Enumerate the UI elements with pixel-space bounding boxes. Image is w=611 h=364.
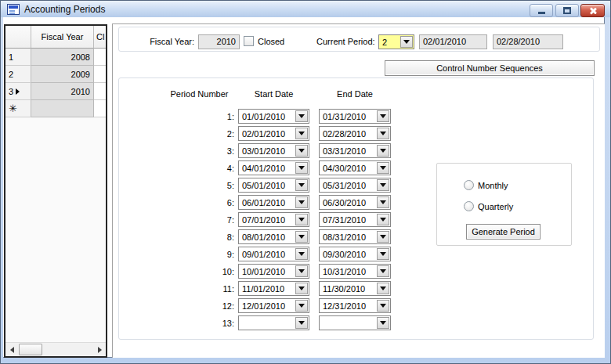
end-date-dropdown-button[interactable] — [377, 214, 389, 225]
end-date-combo[interactable]: 04/30/2010 — [319, 160, 391, 175]
fiscal-year-cell[interactable]: 2010 — [31, 83, 94, 100]
end-date-dropdown-button[interactable] — [377, 162, 389, 174]
start-date-combo[interactable]: 08/01/2010 — [238, 229, 309, 244]
grid-row: 22009 — [5, 66, 106, 83]
start-date-combo[interactable]: 04/01/2010 — [238, 160, 309, 175]
end-date-combo[interactable]: 12/31/2010 — [319, 298, 391, 313]
end-date-dropdown-button[interactable] — [377, 128, 389, 139]
fiscal-year-column-header[interactable]: Fiscal Year — [31, 26, 94, 49]
start-date-combo[interactable]: 11/01/2010 — [238, 281, 309, 296]
dropdown-arrow-icon — [380, 132, 386, 135]
closed-checkbox[interactable] — [244, 36, 254, 46]
start-date-dropdown-button[interactable] — [295, 317, 308, 329]
period-number-label: 12: — [179, 301, 234, 311]
grid-horizontal-scrollbar[interactable] — [5, 342, 106, 356]
dropdown-arrow-icon — [298, 235, 305, 239]
quarterly-radio[interactable] — [464, 201, 474, 211]
row-header[interactable]: 2 — [5, 66, 31, 83]
start-date-combo[interactable]: 09/01/2010 — [238, 247, 309, 261]
fiscal-year-label: Fiscal Year: — [149, 37, 194, 46]
dropdown-arrow-icon — [380, 114, 386, 118]
start-date-combo[interactable]: 10/01/2010 — [238, 264, 309, 279]
start-date-combo[interactable]: 03/01/2010 — [238, 143, 309, 158]
grid-corner-cell[interactable] — [5, 26, 31, 49]
start-date-dropdown-button[interactable] — [295, 110, 308, 122]
closed-cell[interactable] — [94, 83, 106, 100]
end-date-value: 01/31/2010 — [323, 112, 366, 121]
closed-column-header[interactable]: Cl — [94, 26, 106, 49]
end-date-dropdown-button[interactable] — [377, 179, 389, 191]
closed-cell[interactable] — [94, 49, 106, 66]
end-date-combo[interactable]: 08/31/2010 — [319, 229, 391, 244]
start-date-combo[interactable]: 01/01/2010 — [238, 109, 309, 124]
start-date-dropdown-button[interactable] — [295, 265, 308, 277]
end-date-combo[interactable] — [319, 315, 391, 330]
end-date-combo[interactable]: 09/30/2010 — [319, 247, 391, 261]
generate-period-button[interactable]: Generate Period — [466, 224, 540, 240]
start-date-combo[interactable]: 05/01/2010 — [238, 178, 309, 193]
start-date-dropdown-button[interactable] — [295, 214, 308, 225]
end-date-dropdown-button[interactable] — [377, 300, 389, 312]
dropdown-arrow-icon — [298, 218, 305, 222]
end-date-dropdown-button[interactable] — [377, 265, 389, 277]
end-date-dropdown-button[interactable] — [377, 231, 389, 243]
end-date-dropdown-button[interactable] — [377, 145, 389, 157]
end-date-dropdown-button[interactable] — [377, 248, 389, 260]
minimize-button[interactable] — [530, 4, 553, 17]
start-date-dropdown-button[interactable] — [295, 145, 308, 157]
scroll-left-button[interactable] — [5, 344, 18, 356]
current-period-dropdown-button[interactable] — [400, 36, 413, 48]
end-date-combo[interactable]: 02/28/2010 — [319, 126, 391, 141]
dropdown-arrow-icon — [298, 132, 305, 135]
generate-panel: Monthly Quarterly Generate Period — [436, 163, 572, 246]
end-date-combo[interactable]: 07/31/2010 — [319, 212, 391, 227]
start-date-dropdown-button[interactable] — [295, 283, 308, 294]
end-date-dropdown-button[interactable] — [377, 196, 389, 208]
start-date-combo[interactable]: 02/01/2010 — [238, 126, 309, 141]
fiscal-year-cell[interactable]: 2008 — [31, 49, 94, 66]
scroll-right-button[interactable] — [93, 344, 106, 356]
fiscal-year-cell[interactable] — [31, 100, 94, 117]
dropdown-arrow-icon — [298, 269, 305, 273]
start-date-combo[interactable]: 07/01/2010 — [238, 212, 309, 227]
start-date-value: 12/01/2010 — [242, 301, 285, 311]
start-date-dropdown-button[interactable] — [295, 179, 308, 191]
start-date-value: 07/01/2010 — [242, 215, 285, 225]
row-header[interactable]: 1 — [5, 49, 31, 66]
control-number-sequences-button[interactable]: Control Number Sequences — [385, 60, 595, 76]
start-date-combo[interactable] — [238, 315, 309, 330]
end-date-dropdown-button[interactable] — [377, 283, 389, 294]
end-date-combo[interactable]: 11/30/2010 — [319, 281, 391, 296]
titlebar[interactable]: Accounting Periods — [1, 1, 610, 17]
start-date-combo[interactable]: 12/01/2010 — [238, 298, 309, 313]
end-date-combo[interactable]: 06/30/2010 — [319, 195, 391, 210]
start-date-value: 03/01/2010 — [242, 146, 285, 156]
closed-cell[interactable] — [94, 66, 106, 83]
scrollbar-thumb[interactable] — [19, 344, 42, 355]
start-date-dropdown-button[interactable] — [295, 162, 308, 174]
start-date-value: 02/01/2010 — [242, 129, 285, 139]
current-period-combo[interactable]: 2 — [378, 34, 414, 49]
end-date-combo[interactable]: 10/31/2010 — [319, 264, 391, 279]
start-date-dropdown-button[interactable] — [295, 300, 308, 312]
start-date-dropdown-button[interactable] — [295, 196, 308, 208]
end-date-dropdown-button[interactable] — [377, 317, 389, 329]
monthly-radio[interactable] — [464, 180, 474, 190]
dropdown-arrow-icon — [403, 40, 410, 44]
close-button[interactable] — [580, 4, 605, 17]
end-date-dropdown-button[interactable] — [377, 110, 389, 122]
start-date-dropdown-button[interactable] — [295, 248, 308, 260]
end-date-combo[interactable]: 01/31/2010 — [319, 109, 391, 124]
fiscal-year-cell[interactable]: 2009 — [31, 66, 94, 83]
start-date-value: 06/01/2010 — [242, 198, 285, 207]
row-number: 3 — [9, 87, 13, 96]
start-date-dropdown-button[interactable] — [295, 128, 308, 139]
end-date-combo[interactable]: 03/31/2010 — [319, 143, 391, 158]
end-date-combo[interactable]: 05/31/2010 — [319, 178, 391, 193]
start-date-dropdown-button[interactable] — [295, 231, 308, 243]
start-date-combo[interactable]: 06/01/2010 — [238, 195, 309, 210]
row-header[interactable]: 3 — [5, 83, 31, 100]
closed-cell[interactable] — [94, 100, 106, 117]
row-header[interactable]: ✳ — [5, 100, 31, 117]
maximize-button[interactable] — [555, 4, 579, 17]
